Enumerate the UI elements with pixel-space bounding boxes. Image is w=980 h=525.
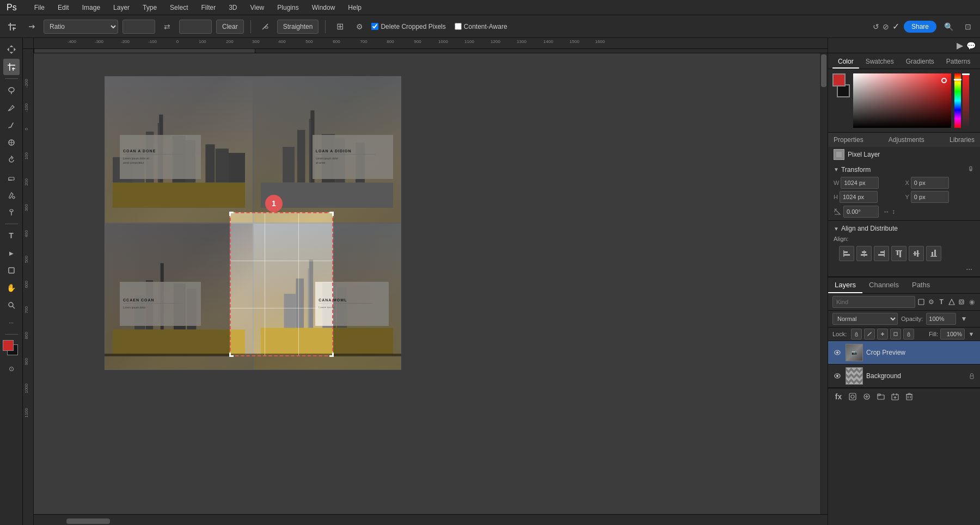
menu-select[interactable]: Select: [168, 3, 190, 13]
layer-eye-bg[interactable]: [832, 371, 842, 381]
layer-smartobj-icon[interactable]: [958, 296, 966, 308]
horizontal-scrollbar[interactable]: [34, 517, 820, 525]
gradients-tab[interactable]: Gradients: [901, 55, 940, 69]
crop-tool[interactable]: [3, 59, 20, 75]
zoom-tool[interactable]: [3, 297, 20, 313]
pen-tool[interactable]: [3, 100, 20, 116]
opacity-input[interactable]: [926, 313, 956, 325]
ratio-select[interactable]: Ratio W x H x Resolution Original Ratio: [44, 20, 118, 34]
menu-filter[interactable]: Filter: [199, 3, 218, 13]
delete-layer-btn[interactable]: [903, 391, 915, 403]
align-right-btn[interactable]: [874, 246, 889, 261]
content-aware-label[interactable]: Content-Aware: [455, 23, 507, 30]
crop-region[interactable]: [230, 212, 333, 356]
vertical-scrollbar[interactable]: [820, 53, 828, 514]
horizontal-scroll-thumb[interactable]: [66, 518, 110, 524]
panels-icon[interactable]: ⊡: [960, 19, 976, 34]
lock-artboard-btn[interactable]: [890, 329, 901, 339]
color-gradient-picker[interactable]: [853, 73, 951, 128]
fg-color-swatch[interactable]: [832, 73, 846, 87]
menu-3d[interactable]: 3D: [226, 3, 239, 13]
channels-tab[interactable]: Channels: [862, 277, 905, 293]
crop-handle-tr[interactable]: [329, 212, 334, 216]
flip-h-icon[interactable]: ↔: [883, 208, 890, 215]
height-input[interactable]: [840, 191, 878, 203]
new-group-btn[interactable]: [875, 391, 887, 403]
layer-adjust-icon[interactable]: ⚙: [928, 296, 936, 308]
blend-mode-select[interactable]: Normal Multiply Screen Overlay: [832, 313, 898, 325]
link-icon[interactable]: [967, 165, 975, 174]
align-middle-btn[interactable]: [909, 246, 924, 261]
fill-arrow-icon[interactable]: ▼: [967, 330, 976, 338]
eraser-tool[interactable]: [3, 169, 20, 186]
dodge-tool[interactable]: [3, 204, 20, 220]
menu-type[interactable]: Type: [140, 3, 159, 13]
layer-crop-preview[interactable]: 📷 Crop Preview: [828, 341, 980, 365]
delete-cropped-label[interactable]: Delete Cropped Pixels: [371, 23, 445, 30]
menu-layer[interactable]: Layer: [111, 3, 132, 13]
search-icon[interactable]: 🔍: [941, 19, 956, 34]
hand-tool[interactable]: ✋: [3, 280, 20, 296]
grid-icon[interactable]: ⊞: [332, 19, 347, 34]
x-input[interactable]: [911, 177, 949, 189]
patterns-tab[interactable]: Patterns: [941, 55, 976, 69]
delete-cropped-checkbox[interactable]: [371, 23, 378, 30]
menu-view[interactable]: View: [248, 3, 266, 13]
straighten-icon[interactable]: [258, 19, 273, 34]
menu-plugins[interactable]: Plugins: [275, 3, 301, 13]
crop-handle-bl[interactable]: [229, 353, 234, 357]
color-swatches[interactable]: [3, 340, 20, 357]
new-adjustment-btn[interactable]: [861, 391, 873, 403]
history-brush-tool[interactable]: [3, 152, 20, 168]
width-input[interactable]: [841, 177, 879, 189]
settings-icon[interactable]: ⚙: [352, 19, 367, 34]
libraries-label[interactable]: Libraries: [950, 136, 975, 144]
straighten-swap-icon[interactable]: [24, 19, 39, 34]
undo-icon[interactable]: ↺: [873, 22, 879, 31]
swap-icon[interactable]: ⇄: [160, 19, 175, 34]
align-top-btn[interactable]: [891, 246, 906, 261]
opacity-arrow-icon[interactable]: ▼: [959, 314, 968, 323]
menu-edit[interactable]: Edit: [56, 3, 71, 13]
lock-transparent-btn[interactable]: [851, 329, 862, 339]
vertical-scroll-thumb[interactable]: [821, 54, 826, 87]
menu-file[interactable]: File: [32, 3, 47, 13]
layers-search-input[interactable]: [832, 296, 915, 308]
type-tool[interactable]: T: [3, 227, 20, 244]
paint-bucket-tool[interactable]: [3, 187, 20, 203]
align-bottom-btn[interactable]: [926, 246, 941, 261]
align-left-btn[interactable]: [839, 246, 854, 261]
add-style-btn[interactable]: fx: [832, 391, 844, 403]
extra-tools[interactable]: ···: [3, 314, 20, 331]
lock-position-btn[interactable]: [877, 329, 888, 339]
lasso-tool[interactable]: [3, 82, 20, 98]
add-mask-btn[interactable]: [847, 391, 859, 403]
foreground-color[interactable]: [3, 340, 14, 351]
align-center-h-btn[interactable]: [856, 246, 872, 261]
more-btn[interactable]: ···: [964, 264, 975, 273]
adjustments-label[interactable]: Adjustments: [889, 136, 924, 144]
menu-window[interactable]: Window: [310, 3, 338, 13]
layer-more-icon[interactable]: ◉: [968, 296, 976, 308]
quick-mask[interactable]: ⊙: [3, 361, 20, 377]
color-tab[interactable]: Color: [832, 55, 859, 69]
flip-v-icon[interactable]: ↕: [892, 208, 895, 215]
layer-text-icon[interactable]: T: [938, 296, 946, 308]
angle-input[interactable]: [843, 206, 879, 218]
lock-image-btn[interactable]: [864, 329, 875, 339]
shape-tool[interactable]: [3, 262, 20, 279]
image-canvas[interactable]: COAN A DONE Lorem ipsum dolor sit amet c…: [105, 76, 401, 370]
alpha-bar[interactable]: [963, 73, 969, 128]
no-entry-icon[interactable]: ⊘: [883, 22, 889, 31]
straighten-button[interactable]: Straighten: [277, 20, 319, 34]
path-select-tool[interactable]: ▶: [3, 245, 20, 261]
transform-header[interactable]: ▼ Transform: [834, 163, 975, 176]
crop-tool-icon[interactable]: [4, 19, 20, 34]
share-button[interactable]: Share: [904, 21, 936, 33]
lock-all-btn[interactable]: [903, 329, 914, 339]
crop-handle-tl[interactable]: [229, 212, 234, 216]
confirm-icon[interactable]: ✓: [892, 21, 899, 32]
brush-tool[interactable]: [3, 117, 20, 133]
menu-image[interactable]: Image: [80, 3, 102, 13]
layers-tab[interactable]: Layers: [828, 277, 862, 293]
